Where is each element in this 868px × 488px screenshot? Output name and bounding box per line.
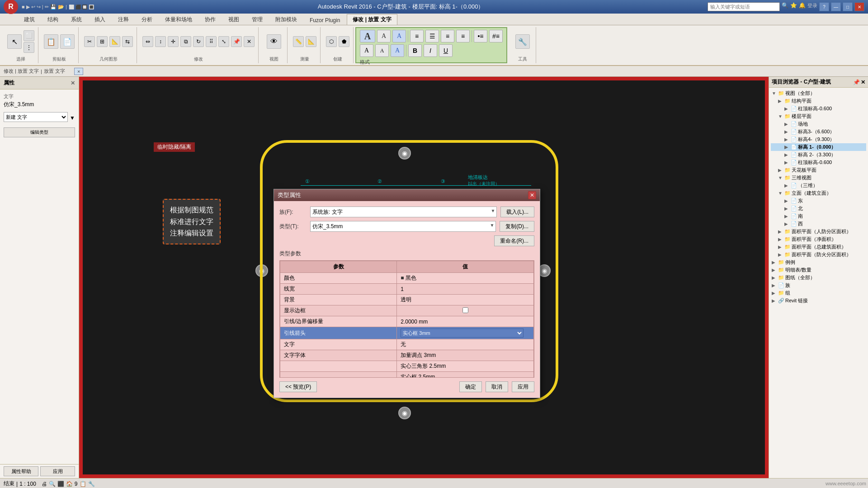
join-icon[interactable]: ⊞	[97, 36, 108, 47]
tree-item[interactable]: ▶📁 天花板平面	[771, 166, 866, 174]
bt-icon-3[interactable]: ⬛	[57, 481, 64, 487]
value-cell[interactable]	[397, 305, 534, 316]
collapse-arrow-icon[interactable]: ▶	[778, 252, 783, 257]
expand-arrow-icon[interactable]: ▼	[772, 91, 777, 96]
collapse-arrow-icon[interactable]: ▶	[784, 106, 790, 111]
properties-close-btn[interactable]: ✕	[71, 80, 75, 86]
tree-item[interactable]: ▼📁 视图（全部）	[771, 89, 866, 97]
collapse-arrow-icon[interactable]: ▶	[772, 283, 777, 288]
tree-item[interactable]: ▶📄 （三维）	[771, 182, 866, 189]
text-format-a-blue[interactable]: A	[392, 30, 406, 42]
tab-fen-xi[interactable]: 分析	[136, 14, 158, 25]
underline-btn[interactable]: U	[439, 44, 453, 57]
tree-item[interactable]: ▶📁 组	[771, 289, 866, 297]
number-btn[interactable]: #≡	[489, 30, 503, 42]
family-select[interactable]: 系统族: 文字	[310, 206, 497, 217]
tree-item[interactable]: ▼📁 楼层平面	[771, 113, 866, 120]
tree-item[interactable]: ▶📁 面积平面（总建筑面积）	[771, 243, 866, 251]
user-label[interactable]: 登录	[807, 2, 817, 11]
tab-xie-zuo[interactable]: 协作	[199, 14, 222, 25]
bt-icon-6[interactable]: 📋	[80, 481, 86, 487]
tree-item[interactable]: ▶📁 面积平面（防火分区面积）	[771, 251, 866, 258]
mirror-icon[interactable]: ⇆	[122, 36, 133, 47]
search-input[interactable]	[708, 2, 780, 11]
rename-btn[interactable]: 重命名(R)...	[494, 235, 534, 246]
delete-icon[interactable]: ✕	[244, 36, 255, 47]
collapse-arrow-icon[interactable]: ▶	[778, 99, 783, 103]
type-select[interactable]: 仿宋_3.5mm	[310, 221, 496, 232]
apply-btn[interactable]: 应用	[512, 381, 534, 392]
collapse-arrow-icon[interactable]: ▶	[784, 152, 790, 157]
tree-item[interactable]: ▶📄 场地	[771, 120, 866, 128]
pin-icon[interactable]: 📌	[231, 36, 242, 47]
tree-item[interactable]: ▶📁 明细表/数量	[771, 266, 866, 274]
offset-icon[interactable]: ↕	[155, 36, 166, 47]
tab-fu-jia[interactable]: 附加模块	[269, 14, 303, 25]
collapse-arrow-icon[interactable]: ▶	[784, 129, 790, 134]
panel-close-icon[interactable]: ✕	[861, 79, 865, 85]
tab-ti-liang[interactable]: 体量和场地	[159, 14, 198, 25]
tree-item[interactable]: ▶📄 标高4-（9.300）	[771, 136, 866, 143]
view-icon[interactable]: 👁	[267, 34, 281, 49]
collapse-arrow-icon[interactable]: ▶	[772, 291, 777, 296]
text-format-a-big[interactable]: A	[360, 30, 375, 42]
collapse-arrow-icon[interactable]: ▶	[772, 298, 777, 303]
table-row[interactable]: 实心三角形 2.5mm	[280, 361, 534, 372]
array-icon[interactable]: ⠿	[206, 36, 217, 47]
bold-btn[interactable]: B	[408, 44, 422, 57]
nav-circle-left[interactable]: ◉	[255, 264, 268, 277]
align-justify-btn[interactable]: ≡	[456, 30, 470, 42]
help-btn[interactable]: ⭐	[790, 2, 797, 11]
collapse-arrow-icon[interactable]: ▶	[784, 122, 790, 127]
table-row[interactable]: 显示边框	[280, 305, 534, 316]
search-icon[interactable]: 🔍	[782, 2, 788, 11]
duplicate-btn[interactable]: 复制(D)...	[500, 221, 534, 232]
tree-item[interactable]: ▶📄 西	[771, 220, 866, 228]
table-row[interactable]: 文字无	[280, 339, 534, 350]
select-icon[interactable]: ↖	[7, 34, 22, 49]
bt-icon-4[interactable]: 🏠	[66, 481, 73, 487]
measure2-icon[interactable]: 📐	[306, 36, 316, 47]
text-type-dropdown[interactable]: 新建 文字	[4, 112, 68, 122]
preview-btn[interactable]: << 预览(P)	[279, 381, 317, 392]
prop-help-btn[interactable]: 属性帮助	[4, 466, 38, 476]
param-checkbox[interactable]	[462, 307, 468, 313]
tree-item[interactable]: ▶📁 例例	[771, 258, 866, 266]
bt-icon-7[interactable]: 🔧	[88, 481, 95, 487]
ok-btn[interactable]: 确定	[459, 381, 482, 392]
tab-guan-li[interactable]: 管理	[246, 14, 269, 25]
tree-item[interactable]: ▶📄 南	[771, 212, 866, 220]
move-icon[interactable]: ✛	[168, 36, 179, 47]
tree-item[interactable]: ▼📁 立面（建筑立面）	[771, 189, 866, 197]
nav-circle-top[interactable]: ◉	[398, 147, 411, 160]
collapse-arrow-icon[interactable]: ▶	[778, 168, 783, 173]
collapse-arrow-icon[interactable]: ▶	[772, 260, 777, 265]
cancel-btn[interactable]: 取消	[486, 381, 508, 392]
copy-icon[interactable]: ⧉	[180, 36, 191, 47]
collapse-arrow-icon[interactable]: ▶	[778, 229, 783, 234]
tree-item[interactable]: ▶📄 标高 1-（0.000）	[771, 143, 866, 151]
bell-icon[interactable]: 🔔	[799, 2, 806, 11]
select-box-icon[interactable]: ⬜	[24, 30, 34, 41]
trim-icon[interactable]: 📐	[109, 36, 120, 47]
tree-item[interactable]: ▶📄 柱顶标高-0.600	[771, 105, 866, 113]
tree-item[interactable]: ▶🔗 Revit 链接	[771, 297, 866, 305]
collapse-arrow-icon[interactable]: ▶	[784, 145, 790, 150]
align-center-btn[interactable]: ☰	[425, 30, 439, 42]
select-filter-icon[interactable]: ⋮	[24, 42, 34, 53]
panel-pin-icon[interactable]: 📌	[853, 79, 860, 85]
table-row[interactable]: 颜色■ 黑色	[280, 273, 534, 284]
tab-cha-ru[interactable]: 插入	[89, 14, 111, 25]
tab-jie-gou[interactable]: 结构	[42, 14, 64, 25]
tab-modify-text[interactable]: 修改 | 放置 文字	[347, 14, 397, 25]
tree-item[interactable]: ▶📁 图纸（全部）	[771, 274, 866, 282]
align-right-btn[interactable]: ≡	[441, 30, 454, 42]
align-icon[interactable]: ⇔	[142, 36, 153, 47]
table-row[interactable]: 实心框 2.5mm	[280, 372, 534, 378]
create2-icon[interactable]: ⬟	[339, 36, 349, 47]
tools-icon[interactable]: 🔧	[515, 34, 530, 49]
table-row[interactable]: 文字字体加量调点 3mm	[280, 350, 534, 361]
collapse-arrow-icon[interactable]: ▶	[778, 244, 783, 249]
prop-apply-btn[interactable]: 应用	[40, 466, 75, 476]
tab-jian-zhu[interactable]: 建筑	[18, 14, 41, 25]
